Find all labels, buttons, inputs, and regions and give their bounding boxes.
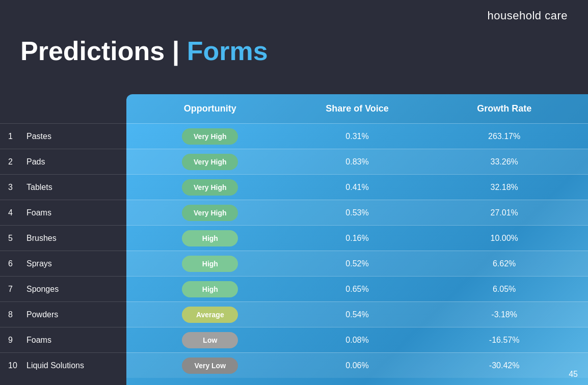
table-row: Low0.08%-16.57% — [126, 327, 588, 352]
col-growth-header: Growth Rate — [431, 103, 578, 114]
opportunity-badge: Very High — [182, 154, 238, 170]
sidebar-row: 7Sponges — [0, 276, 126, 301]
row-product: Pastes — [26, 132, 51, 141]
table-row: Very High0.41%32.18% — [126, 174, 588, 200]
col-sov: 0.41% — [284, 183, 431, 192]
col-sov: 0.52% — [284, 259, 431, 268]
col-opportunity: Very High — [137, 205, 284, 221]
col-sov: 0.65% — [284, 285, 431, 294]
sidebar-row: 8Powders — [0, 301, 126, 327]
col-growth: 263.17% — [431, 132, 578, 141]
opportunity-badge: Very High — [182, 179, 238, 196]
table-row: Average0.54%-3.18% — [126, 301, 588, 327]
col-sov: 0.31% — [284, 132, 431, 141]
row-product: Liquid Solutions — [26, 361, 84, 370]
col-growth: 6.62% — [431, 259, 578, 268]
col-opportunity: Very High — [137, 154, 284, 170]
main-table: Opportunity Share of Voice Growth Rate V… — [126, 94, 588, 385]
sidebar-row: 4Foams — [0, 200, 126, 225]
opportunity-badge: High — [182, 281, 238, 297]
opportunity-badge: Very High — [182, 205, 238, 221]
opportunity-badge: Very Low — [182, 358, 238, 374]
row-product: Sprays — [26, 259, 52, 268]
col-sov: 0.16% — [284, 234, 431, 243]
col-sov: 0.53% — [284, 208, 431, 217]
col-opportunity: Very High — [137, 179, 284, 196]
sidebar-row: 2Pads — [0, 149, 126, 174]
col-growth: 6.05% — [431, 285, 578, 294]
table-row: Very High0.53%27.01% — [126, 200, 588, 225]
row-number: 6 — [8, 259, 18, 268]
sidebar-row: 1Pastes — [0, 123, 126, 149]
table-row: High0.52%6.62% — [126, 251, 588, 276]
opportunity-badge: Low — [182, 332, 238, 348]
sidebar-row: 10Liquid Solutions — [0, 352, 126, 378]
page-title: Predictions | Forms — [20, 36, 268, 66]
sidebar-row: 6Sprays — [0, 251, 126, 276]
col-growth: 10.00% — [431, 234, 578, 243]
row-number: 3 — [8, 183, 18, 192]
opportunity-badge: Very High — [182, 128, 238, 145]
row-product: Pads — [26, 157, 45, 167]
col-opportunity: High — [137, 256, 284, 272]
col-growth: -30.42% — [431, 361, 578, 370]
row-number: 10 — [8, 361, 18, 370]
table-header: Opportunity Share of Voice Growth Rate — [126, 94, 588, 123]
col-growth: 33.26% — [431, 157, 578, 167]
col-opportunity: High — [137, 281, 284, 297]
row-product: Foams — [26, 208, 51, 217]
row-number: 4 — [8, 208, 18, 217]
row-number: 1 — [8, 132, 18, 141]
sidebar-row: 9Foams — [0, 327, 126, 352]
table-row: Very High0.83%33.26% — [126, 149, 588, 174]
col-opportunity: Very High — [137, 128, 284, 145]
brand-label: household care — [488, 9, 568, 22]
col-opportunity: Very Low — [137, 358, 284, 374]
table-row: High0.16%10.00% — [126, 225, 588, 251]
col-growth: 32.18% — [431, 183, 578, 192]
col-sov: 0.08% — [284, 336, 431, 345]
row-product: Sponges — [26, 285, 59, 294]
row-product: Brushes — [26, 234, 57, 243]
col-sov: 0.54% — [284, 310, 431, 319]
row-product: Powders — [26, 310, 58, 319]
row-product: Tablets — [26, 183, 52, 192]
opportunity-badge: Average — [182, 307, 238, 323]
sidebar-row: 5Brushes — [0, 225, 126, 251]
col-growth: -3.18% — [431, 310, 578, 319]
row-product: Foams — [26, 336, 51, 345]
opportunity-badge: High — [182, 230, 238, 246]
row-number: 5 — [8, 234, 18, 243]
title-highlight: Forms — [187, 36, 268, 66]
page-number: 45 — [569, 370, 578, 379]
sidebar-header — [0, 94, 126, 123]
table-row: Very Low0.06%-30.42% — [126, 352, 588, 378]
col-sov: 0.83% — [284, 157, 431, 167]
row-number: 8 — [8, 310, 18, 319]
col-sov-header: Share of Voice — [284, 103, 431, 114]
col-sov: 0.06% — [284, 361, 431, 370]
table-body: Very High0.31%263.17%Very High0.83%33.26… — [126, 123, 588, 378]
col-opportunity-header: Opportunity — [137, 103, 284, 114]
sidebar-row: 3Tablets — [0, 174, 126, 200]
row-number: 9 — [8, 336, 18, 345]
col-growth: -16.57% — [431, 336, 578, 345]
sidebar: 1Pastes2Pads3Tablets4Foams5Brushes6Spray… — [0, 94, 126, 385]
col-opportunity: Average — [137, 307, 284, 323]
table-row: Very High0.31%263.17% — [126, 123, 588, 149]
table-row: High0.65%6.05% — [126, 276, 588, 301]
opportunity-badge: High — [182, 256, 238, 272]
row-number: 7 — [8, 285, 18, 294]
col-opportunity: Low — [137, 332, 284, 348]
row-number: 2 — [8, 157, 18, 167]
col-opportunity: High — [137, 230, 284, 246]
col-growth: 27.01% — [431, 208, 578, 217]
title-prefix: Predictions | — [20, 36, 187, 66]
